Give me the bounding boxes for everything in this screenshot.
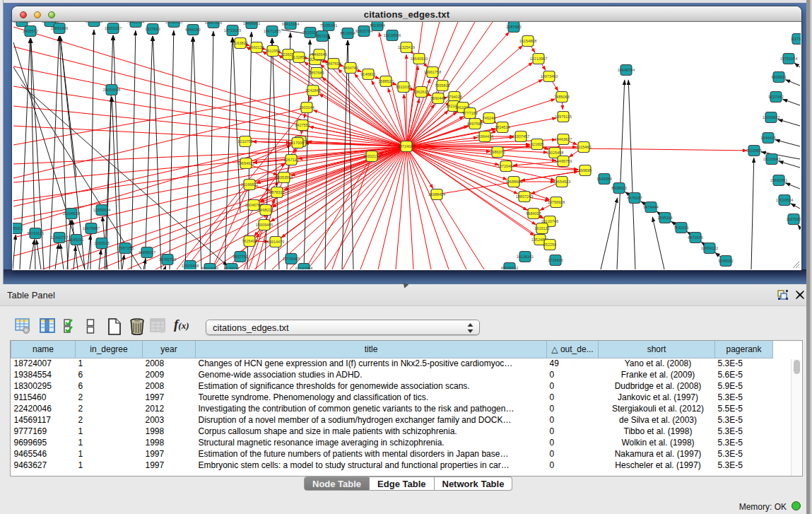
svg-text:10671355: 10671355	[264, 29, 281, 33]
svg-text:8471676: 8471676	[688, 235, 702, 240]
svg-text:16782759: 16782759	[159, 257, 176, 262]
svg-text:18807249: 18807249	[516, 194, 533, 199]
svg-text:1527602: 1527602	[145, 27, 160, 31]
svg-text:746246: 746246	[483, 116, 495, 120]
svg-text:1117343: 1117343	[791, 37, 801, 41]
svg-text:10958107: 10958107	[139, 250, 155, 255]
svg-text:8813054: 8813054	[340, 31, 355, 35]
svg-text:7632021: 7632021	[673, 226, 688, 230]
svg-text:2986372: 2986372	[490, 150, 505, 154]
svg-text:8454749: 8454749	[343, 66, 358, 70]
svg-text:20756928: 20756928	[548, 200, 565, 204]
svg-text:1733426: 1733426	[548, 258, 563, 262]
svg-text:10720407: 10720407	[498, 164, 514, 168]
svg-text:9132854: 9132854	[291, 55, 306, 59]
svg-text:19302173: 19302173	[363, 154, 380, 158]
svg-text:8660123: 8660123	[249, 45, 264, 49]
svg-text:1362615: 1362615	[413, 90, 428, 94]
svg-text:13975115: 13975115	[555, 115, 572, 119]
svg-text:92832764: 92832764	[355, 29, 372, 33]
svg-text:8938923: 8938923	[611, 186, 626, 190]
svg-text:12923448: 12923448	[182, 264, 199, 268]
svg-text:20891406: 20891406	[51, 26, 68, 30]
svg-text:67242388: 67242388	[295, 267, 312, 269]
svg-text:9115460: 9115460	[576, 145, 591, 149]
svg-text:3267110: 3267110	[283, 158, 298, 162]
svg-text:985001: 985001	[13, 226, 23, 230]
svg-text:6497568: 6497568	[467, 122, 482, 126]
svg-text:10025458: 10025458	[546, 151, 563, 155]
svg-text:14136141: 14136141	[517, 255, 534, 259]
svg-text:3498222: 3498222	[258, 208, 273, 212]
svg-text:17010534: 17010534	[776, 198, 793, 202]
svg-text:18640910: 18640910	[411, 57, 428, 61]
svg-text:6466160: 6466160	[185, 28, 200, 32]
svg-text:13353594: 13353594	[276, 175, 293, 180]
svg-text:1244415: 1244415	[760, 136, 775, 140]
svg-text:13654923: 13654923	[553, 180, 570, 184]
svg-text:79402654: 79402654	[127, 22, 144, 24]
svg-text:59407816: 59407816	[205, 22, 222, 25]
svg-text:11325419: 11325419	[398, 45, 415, 49]
svg-text:12359924: 12359924	[93, 208, 110, 212]
svg-text:7485063: 7485063	[554, 95, 569, 99]
svg-text:2405572: 2405572	[23, 29, 37, 33]
svg-text:3824514: 3824514	[495, 125, 510, 129]
svg-text:7163822: 7163822	[233, 41, 247, 45]
svg-text:6479197: 6479197	[627, 196, 642, 200]
svg-text:3857685: 3857685	[309, 71, 324, 75]
svg-text:5878312: 5878312	[269, 190, 284, 194]
svg-text:1010755: 1010755	[237, 139, 252, 144]
svg-text:10688609: 10688609	[505, 180, 522, 184]
svg-text:10719155: 10719155	[224, 28, 241, 33]
svg-text:1640954: 1640954	[596, 177, 611, 181]
svg-text:10210643: 10210643	[763, 157, 780, 161]
svg-text:19166822: 19166822	[241, 182, 258, 187]
svg-text:19654922: 19654922	[237, 161, 254, 165]
svg-text:16648784: 16648784	[618, 68, 635, 72]
svg-text:9245032: 9245032	[718, 259, 733, 263]
svg-text:1588520: 1588520	[378, 79, 393, 83]
svg-text:1167533: 1167533	[786, 217, 801, 221]
svg-text:2903144: 2903144	[299, 105, 314, 110]
svg-text:18724007: 18724007	[398, 144, 415, 148]
svg-text:75255341: 75255341	[320, 23, 337, 28]
svg-text:1250515: 1250515	[94, 241, 109, 245]
svg-text:917006: 917006	[291, 141, 304, 145]
svg-text:15751074: 15751074	[780, 57, 797, 61]
svg-text:2935114: 2935114	[657, 216, 672, 220]
svg-text:9777169: 9777169	[462, 111, 477, 115]
svg-text:19388454: 19388454	[428, 192, 445, 197]
svg-text:03413164: 03413164	[282, 22, 299, 26]
svg-text:16914479: 16914479	[267, 240, 284, 244]
svg-text:2087682: 2087682	[506, 25, 521, 29]
svg-text:252254: 252254	[543, 243, 556, 247]
svg-text:9457791: 9457791	[233, 255, 247, 259]
svg-text:6794028: 6794028	[447, 95, 461, 99]
svg-text:4139537: 4139537	[224, 267, 239, 269]
svg-text:8813054: 8813054	[370, 23, 384, 28]
svg-text:15909485: 15909485	[256, 223, 273, 227]
svg-text:15716465: 15716465	[283, 257, 300, 261]
svg-text:10307457: 10307457	[512, 134, 529, 139]
svg-text:621605: 621605	[531, 142, 543, 146]
svg-text:10433218: 10433218	[13, 22, 30, 23]
svg-text:16961758: 16961758	[424, 70, 441, 74]
svg-text:16154808: 16154808	[519, 39, 536, 43]
svg-text:9684007: 9684007	[526, 211, 541, 216]
svg-text:19218506: 19218506	[384, 33, 401, 37]
svg-text:10653267: 10653267	[105, 26, 122, 30]
svg-text:9242848: 9242848	[305, 88, 320, 93]
svg-text:17957255: 17957255	[117, 246, 134, 250]
svg-text:8322037: 8322037	[396, 85, 411, 89]
svg-text:12093822: 12093822	[763, 115, 779, 119]
svg-text:83503056: 83503056	[201, 267, 218, 269]
svg-text:19463627: 19463627	[555, 137, 572, 141]
svg-text:7625402: 7625402	[242, 239, 257, 243]
svg-text:23511615: 23511615	[165, 22, 182, 24]
svg-text:28053346: 28053346	[103, 88, 120, 92]
svg-text:12213967: 12213967	[530, 57, 547, 61]
svg-text:7955812: 7955812	[435, 83, 449, 88]
svg-text:20206528: 20206528	[63, 211, 80, 216]
svg-text:9329901: 9329901	[771, 75, 786, 79]
